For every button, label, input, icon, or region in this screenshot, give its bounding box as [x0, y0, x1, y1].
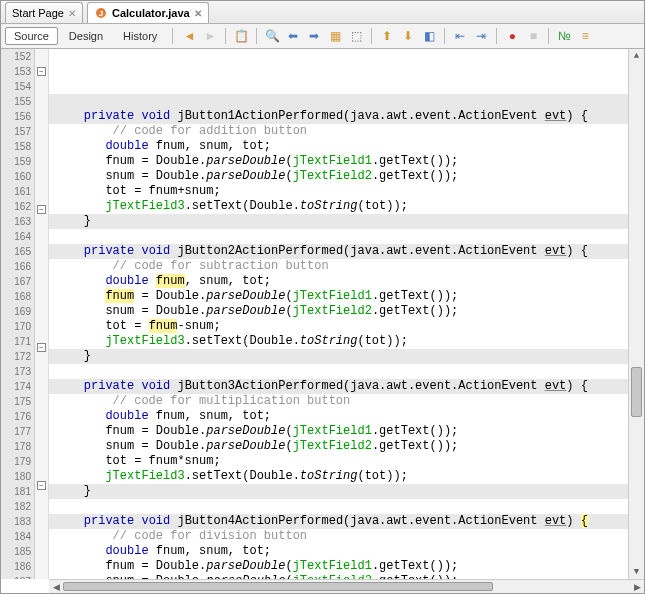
- code-line[interactable]: [49, 364, 628, 379]
- close-icon[interactable]: ✕: [194, 8, 202, 19]
- shift-left-icon[interactable]: ⇤: [450, 26, 470, 46]
- line-number: 166: [1, 259, 31, 274]
- line-number: 186: [1, 559, 31, 574]
- svg-text:J: J: [99, 9, 103, 18]
- macro-record-icon[interactable]: ●: [502, 26, 522, 46]
- find-selection-icon[interactable]: 🔍: [262, 26, 282, 46]
- close-icon[interactable]: ✕: [68, 8, 76, 19]
- separator: [444, 28, 445, 44]
- line-number: 181: [1, 484, 31, 499]
- code-line[interactable]: // code for division button: [49, 529, 628, 544]
- find-next-icon[interactable]: ➡: [304, 26, 324, 46]
- code-line[interactable]: // code for multiplication button: [49, 394, 628, 409]
- horizontal-scrollbar[interactable]: ◀ ▶: [49, 579, 644, 593]
- fold-toggle-icon[interactable]: −: [37, 67, 46, 76]
- code-line[interactable]: fnum = Double.parseDouble(jTextField1.ge…: [49, 559, 628, 574]
- scrollbar-thumb[interactable]: [631, 367, 642, 417]
- shift-down-icon[interactable]: ⬇: [398, 26, 418, 46]
- scroll-right-icon[interactable]: ▶: [630, 580, 644, 593]
- subtab-history[interactable]: History: [114, 27, 166, 45]
- back-icon[interactable]: ◄: [179, 26, 199, 46]
- tab-label: Calculator.java: [112, 7, 190, 19]
- toggle-highlight-icon[interactable]: ▦: [325, 26, 345, 46]
- subtab-design[interactable]: Design: [60, 27, 112, 45]
- line-number: 152: [1, 49, 31, 64]
- line-number: 173: [1, 364, 31, 379]
- code-line[interactable]: fnum = Double.parseDouble(jTextField1.ge…: [49, 154, 628, 169]
- line-number: 175: [1, 394, 31, 409]
- scroll-down-icon[interactable]: ▼: [629, 565, 644, 579]
- line-number: 160: [1, 169, 31, 184]
- toggle-rect-icon[interactable]: ⬚: [346, 26, 366, 46]
- code-line[interactable]: double fnum, snum, tot;: [49, 409, 628, 424]
- fold-toggle-icon[interactable]: −: [37, 481, 46, 490]
- scroll-up-icon[interactable]: ▲: [629, 49, 644, 63]
- code-line[interactable]: double fnum, snum, tot;: [49, 544, 628, 559]
- code-line[interactable]: }: [49, 349, 628, 364]
- separator: [225, 28, 226, 44]
- code-line[interactable]: // code for addition button: [49, 124, 628, 139]
- code-line[interactable]: snum = Double.parseDouble(jTextField2.ge…: [49, 304, 628, 319]
- code-line[interactable]: fnum = Double.parseDouble(jTextField1.ge…: [49, 424, 628, 439]
- code-line[interactable]: }: [49, 484, 628, 499]
- scroll-left-icon[interactable]: ◀: [49, 580, 63, 593]
- undo-clip-icon[interactable]: 📋: [231, 26, 251, 46]
- line-number: 164: [1, 229, 31, 244]
- code-line[interactable]: fnum = Double.parseDouble(jTextField1.ge…: [49, 289, 628, 304]
- fold-toggle-icon[interactable]: −: [37, 205, 46, 214]
- code-line[interactable]: }: [49, 214, 628, 229]
- line-number: 158: [1, 139, 31, 154]
- code-line[interactable]: snum = Double.parseDouble(jTextField2.ge…: [49, 169, 628, 184]
- java-file-icon: J: [94, 6, 108, 20]
- code-line[interactable]: tot = fnum-snum;: [49, 319, 628, 334]
- line-number: 174: [1, 379, 31, 394]
- line-number: 179: [1, 454, 31, 469]
- line-number: 177: [1, 424, 31, 439]
- line-number: 154: [1, 79, 31, 94]
- code-line[interactable]: private void jButton3ActionPerformed(jav…: [49, 379, 628, 394]
- separator: [548, 28, 549, 44]
- forward-icon[interactable]: ►: [200, 26, 220, 46]
- shift-up-icon[interactable]: ⬆: [377, 26, 397, 46]
- code-line[interactable]: tot = fnum+snum;: [49, 184, 628, 199]
- line-number: 169: [1, 304, 31, 319]
- line-number: 168: [1, 289, 31, 304]
- find-prev-icon[interactable]: ⬅: [283, 26, 303, 46]
- code-line[interactable]: private void jButton1ActionPerformed(jav…: [49, 109, 628, 124]
- line-number: 156: [1, 109, 31, 124]
- tab-start-page[interactable]: Start Page ✕: [5, 2, 83, 23]
- code-line[interactable]: jTextField3.setText(Double.toString(tot)…: [49, 199, 628, 214]
- shift-right-icon[interactable]: ⇥: [471, 26, 491, 46]
- code-line[interactable]: snum = Double.parseDouble(jTextField2.ge…: [49, 439, 628, 454]
- line-number: 176: [1, 409, 31, 424]
- comment-icon[interactable]: №: [554, 26, 574, 46]
- line-number: 153: [1, 64, 31, 79]
- code-line[interactable]: double fnum, snum, tot;: [49, 274, 628, 289]
- code-content[interactable]: private void jButton1ActionPerformed(jav…: [49, 49, 628, 579]
- subtab-source[interactable]: Source: [5, 27, 58, 45]
- code-line[interactable]: tot = fnum*snum;: [49, 454, 628, 469]
- line-number: 157: [1, 124, 31, 139]
- uncomment-icon[interactable]: ≡: [575, 26, 595, 46]
- macro-stop-icon[interactable]: ■: [523, 26, 543, 46]
- toggle-bookmark-icon[interactable]: ◧: [419, 26, 439, 46]
- code-line[interactable]: jTextField3.setText(Double.toString(tot)…: [49, 334, 628, 349]
- code-line[interactable]: [49, 229, 628, 244]
- code-line[interactable]: // code for subtraction button: [49, 259, 628, 274]
- vertical-scrollbar[interactable]: ▲ ▼: [628, 49, 644, 579]
- separator: [496, 28, 497, 44]
- scrollbar-thumb[interactable]: [63, 582, 493, 591]
- code-line[interactable]: double fnum, snum, tot;: [49, 139, 628, 154]
- code-line[interactable]: [49, 499, 628, 514]
- line-number: 180: [1, 469, 31, 484]
- tab-calculator-java[interactable]: J Calculator.java ✕: [87, 2, 209, 23]
- separator: [371, 28, 372, 44]
- line-number: 187: [1, 574, 31, 579]
- code-line[interactable]: [49, 94, 628, 109]
- code-line[interactable]: private void jButton4ActionPerformed(jav…: [49, 514, 628, 529]
- code-line[interactable]: private void jButton2ActionPerformed(jav…: [49, 244, 628, 259]
- code-editor[interactable]: 1521531541551561571581591601611621631641…: [1, 49, 644, 579]
- line-number: 178: [1, 439, 31, 454]
- code-line[interactable]: jTextField3.setText(Double.toString(tot)…: [49, 469, 628, 484]
- fold-toggle-icon[interactable]: −: [37, 343, 46, 352]
